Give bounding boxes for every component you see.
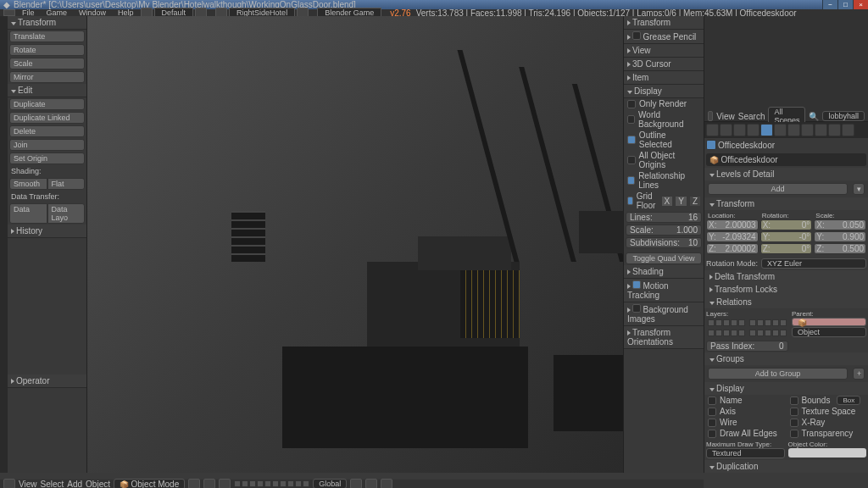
outliner-type-icon[interactable] [708, 111, 713, 121]
bg-images-header[interactable]: Background Images [624, 302, 704, 326]
loc-x-field[interactable]: X:2.00003 [706, 219, 759, 230]
outliner-area[interactable] [704, 16, 868, 111]
only-render-checkbox[interactable]: Only Render [624, 98, 704, 109]
3d-cursor-header[interactable]: 3D Cursor [624, 58, 704, 71]
layers-tab-icon[interactable] [720, 124, 732, 136]
blender-icon[interactable] [3, 9, 15, 16]
data-tab-icon[interactable] [801, 124, 814, 136]
groups-header[interactable]: Groups [704, 352, 868, 365]
lines-field[interactable]: Lines:16 [626, 212, 702, 223]
render-tab-icon[interactable] [706, 124, 719, 136]
lod-menu-button[interactable]: ▾ [853, 183, 865, 195]
draw-edges-checkbox[interactable]: Draw All Edges [704, 428, 787, 439]
smooth-button[interactable]: Smooth [9, 178, 47, 190]
wire-checkbox[interactable]: Wire [704, 417, 787, 428]
manipulator-icon[interactable] [219, 479, 231, 488]
subdiv-field[interactable]: Subdivisions:10 [626, 237, 702, 248]
axis-checkbox[interactable]: Axis [704, 406, 787, 417]
data-button[interactable]: Data [9, 203, 47, 224]
duplicate-button[interactable]: Duplicate [9, 98, 85, 110]
rel-lines-checkbox[interactable]: Relationship Lines [624, 170, 704, 191]
world-bg-checkbox[interactable]: World Background [624, 109, 704, 130]
scale-x-field[interactable]: X:0.050 [814, 219, 866, 230]
transparency-checkbox[interactable]: Transparency [787, 428, 869, 439]
transform-locks-header[interactable]: Transform Locks [704, 283, 868, 296]
rot-z-field[interactable]: Z:0° [760, 243, 813, 254]
orientation-selector[interactable]: Global [313, 479, 347, 488]
object-name-field[interactable]: 📦 Officedeskdoor [706, 153, 866, 166]
3d-viewport[interactable] [87, 16, 623, 473]
grid-floor-checkbox[interactable]: Grid FloorXYZ [624, 191, 704, 211]
display-section-header[interactable]: Display [704, 382, 868, 395]
modifiers-tab-icon[interactable] [787, 124, 800, 136]
loc-z-field[interactable]: Z:2.00002 [706, 243, 759, 254]
loc-y-field[interactable]: Y:-2.09324 [706, 231, 759, 242]
rotate-button[interactable]: Rotate [9, 44, 85, 56]
outliner-view[interactable]: View [716, 112, 735, 121]
pass-index-field[interactable]: Pass Index:0 [706, 341, 788, 352]
outliner-search[interactable]: Search [738, 112, 765, 121]
xray-checkbox[interactable]: X-Ray [787, 417, 869, 428]
tool-tabs[interactable] [0, 16, 8, 473]
proportional-icon[interactable] [365, 479, 377, 488]
max-draw-select[interactable]: Textured [706, 448, 785, 458]
bounds-checkbox[interactable]: BoundsBox [787, 395, 869, 406]
outline-checkbox[interactable]: Outline Selected [624, 130, 704, 150]
physics-tab-icon[interactable] [842, 124, 854, 136]
object-breadcrumb-icon[interactable] [706, 140, 716, 150]
translate-button[interactable]: Translate [9, 30, 85, 42]
object-tab-icon[interactable] [760, 124, 773, 136]
edit-panel-header[interactable]: Edit [8, 84, 86, 97]
name-checkbox[interactable]: Name [704, 395, 787, 406]
editor-type-icon[interactable] [3, 479, 15, 488]
constraints-tab-icon[interactable] [774, 124, 787, 136]
bottom-view[interactable]: View [19, 480, 37, 489]
transform-section-header[interactable]: Transform [704, 197, 868, 210]
transform-orient-header[interactable]: Transform Orientations [624, 326, 704, 349]
duplication-header[interactable]: Duplication [704, 460, 868, 473]
outliner-filter[interactable]: lobbyhall [822, 111, 865, 121]
layer-grid[interactable] [706, 318, 788, 328]
scale-field[interactable]: Scale:1.000 [626, 225, 702, 236]
bottom-add[interactable]: Add [67, 480, 82, 489]
shading-header[interactable]: Shading [624, 265, 704, 279]
rotation-mode-select[interactable]: XYZ Euler [761, 258, 866, 269]
duplicate-linked-button[interactable]: Duplicate Linked [9, 112, 85, 124]
pivot-icon[interactable] [203, 479, 215, 488]
parent-field[interactable]: 📦 [792, 318, 866, 326]
transform-panel-header[interactable]: Transform [8, 16, 86, 30]
scale-z-field[interactable]: Z:0.500 [814, 243, 866, 254]
search-icon[interactable]: 🔍 [809, 112, 819, 121]
history-panel-header[interactable]: History [8, 225, 86, 238]
scale-y-field[interactable]: Y:0.900 [814, 231, 866, 242]
grease-pencil-header[interactable]: Grease Pencil [624, 30, 704, 44]
relations-header[interactable]: Relations [704, 296, 868, 308]
flat-button[interactable]: Flat [47, 178, 86, 190]
shading-mode-icon[interactable] [188, 479, 200, 488]
add-lod-button[interactable]: Add [708, 183, 848, 195]
display-header[interactable]: Display [624, 85, 704, 98]
view-header[interactable]: View [624, 44, 704, 58]
toggle-quad-button[interactable]: Toggle Quad View [626, 252, 702, 264]
bottom-select[interactable]: Select [41, 480, 64, 489]
scale-button[interactable]: Scale [9, 58, 85, 69]
render-icon[interactable] [381, 479, 392, 488]
rot-x-field[interactable]: X:0° [760, 219, 813, 230]
bottom-object[interactable]: Object [86, 480, 110, 489]
mirror-button[interactable]: Mirror [9, 71, 85, 83]
item-header[interactable]: Item [624, 71, 704, 85]
object-breadcrumb[interactable]: Officedeskdoor [718, 141, 775, 150]
transform-n-header[interactable]: Transform [624, 16, 704, 30]
lod-section-header[interactable]: Levels of Detail [704, 168, 868, 180]
add-group-button[interactable]: Add to Group [708, 368, 848, 380]
obj-color-swatch[interactable] [788, 448, 867, 458]
world-tab-icon[interactable] [747, 124, 760, 136]
mode-selector[interactable]: 📦 Object Mode [114, 479, 185, 489]
set-origin-button[interactable]: Set Origin [9, 152, 85, 164]
parent-type[interactable]: Object [792, 327, 866, 337]
delta-transform-header[interactable]: Delta Transform [704, 270, 868, 283]
texture-tab-icon[interactable] [828, 124, 841, 136]
data-layout-button[interactable]: Data Layo [47, 203, 86, 224]
join-button[interactable]: Join [9, 139, 85, 151]
layer-grid-2[interactable] [706, 328, 788, 338]
